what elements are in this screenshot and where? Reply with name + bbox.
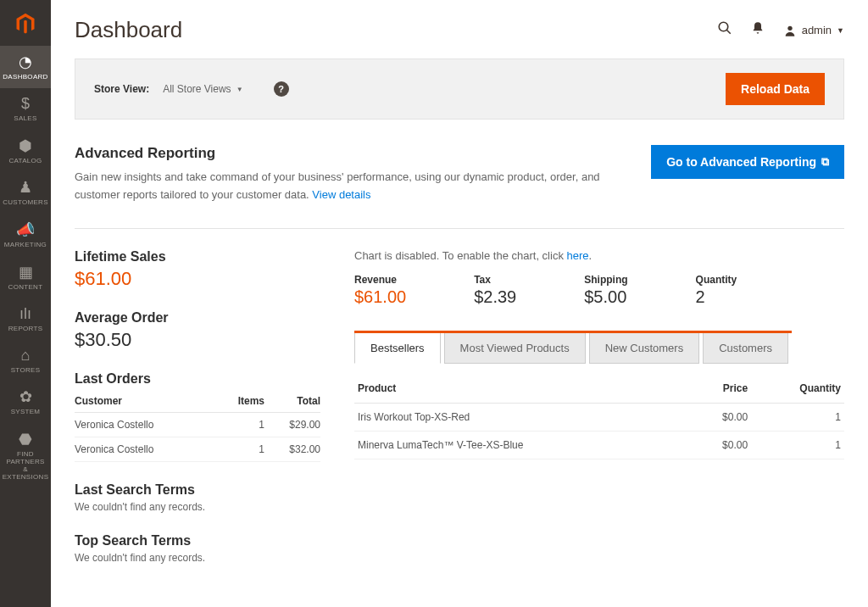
tab-most-viewed[interactable]: Most Viewed Products	[444, 333, 586, 364]
cell-items: 1	[217, 437, 264, 461]
nav-label: FIND PARTNERS & EXTENSIONS	[0, 451, 51, 481]
magento-logo[interactable]	[10, 8, 41, 39]
metric-revenue: Revenue $61.00	[354, 274, 406, 307]
col-qty: Quantity	[751, 374, 844, 404]
col-product: Product	[354, 374, 688, 404]
chart-hint-text: Chart is disabled. To enable the chart, …	[354, 249, 567, 262]
gear-icon: ✿	[19, 387, 32, 406]
gauge-icon: ◔	[19, 53, 32, 71]
dashboard-left-column: Lifetime Sales $61.00 Average Order $30.…	[75, 249, 320, 584]
nav-reports[interactable]: ılı REPORTS	[0, 298, 51, 340]
nav-catalog[interactable]: ⬢ CATALOG	[0, 130, 51, 172]
tab-new-customers[interactable]: New Customers	[589, 333, 699, 364]
stat-label: Average Order	[75, 310, 320, 326]
table-row[interactable]: Iris Workout Top-XS-Red $0.00 1	[354, 403, 844, 431]
goto-adv-reporting-button[interactable]: Go to Advanced Reporting ⧉	[651, 145, 844, 179]
help-icon[interactable]: ?	[274, 81, 289, 97]
notifications-icon[interactable]	[751, 21, 765, 39]
svg-point-2	[787, 25, 792, 30]
table-row[interactable]: Veronica Costello 1 $32.00	[75, 437, 320, 461]
dashboard-right-column: Chart is disabled. To enable the chart, …	[354, 249, 844, 584]
nav-system[interactable]: ✿ SYSTEM	[0, 381, 51, 423]
metric-value: $5.00	[584, 287, 627, 307]
nav-label: CATALOG	[8, 158, 42, 165]
storeview-select[interactable]: All Store Views ▼	[163, 83, 242, 95]
metric-quantity: Quantity 2	[696, 274, 737, 307]
caret-down-icon: ▼	[236, 86, 243, 93]
main-content: Dashboard admin ▼ Store View: All	[51, 0, 868, 607]
storeview-label: Store View:	[94, 83, 149, 95]
cell-price: $0.00	[688, 403, 751, 431]
search-icon[interactable]	[717, 20, 732, 40]
nav-label: DASHBOARD	[3, 74, 47, 81]
table-row[interactable]: Veronica Costello 1 $29.00	[75, 412, 320, 437]
product-tabs: Bestsellers Most Viewed Products New Cus…	[354, 331, 792, 364]
reload-data-button[interactable]: Reload Data	[726, 73, 825, 105]
adv-report-title: Advanced Reporting	[75, 145, 626, 162]
partners-icon: ⬣	[19, 430, 32, 448]
user-icon	[783, 24, 797, 37]
cell-total: $29.00	[264, 412, 320, 437]
button-label: Go to Advanced Reporting	[666, 155, 816, 169]
metric-value: $2.39	[474, 287, 516, 307]
nav-customers[interactable]: ♟ CUSTOMERS	[0, 171, 51, 214]
empty-message: We couldn't find any records.	[75, 552, 320, 564]
nav-label: CUSTOMERS	[3, 199, 48, 207]
nav-marketing[interactable]: 📣 MARKETING	[0, 214, 51, 256]
metric-value: $61.00	[354, 287, 406, 307]
metric-label: Shipping	[584, 274, 627, 286]
bars-icon: ılı	[19, 305, 31, 323]
advanced-reporting-panel: Advanced Reporting Gain new insights and…	[75, 145, 844, 229]
cell-price: $0.00	[688, 431, 751, 459]
caret-down-icon: ▼	[837, 26, 844, 35]
cell-customer: Veronica Costello	[75, 412, 217, 437]
metric-tax: Tax $2.39	[474, 274, 516, 307]
nav-dashboard[interactable]: ◔ DASHBOARD	[0, 46, 51, 88]
storefront-icon: ⌂	[21, 347, 31, 365]
adv-report-desc: Gain new insights and take command of yo…	[75, 169, 626, 204]
topbar-actions: admin ▼	[717, 20, 844, 40]
storeview-value: All Store Views	[163, 83, 231, 95]
topbar: Dashboard admin ▼	[75, 17, 844, 43]
chart-disabled-message: Chart is disabled. To enable the chart, …	[354, 249, 844, 262]
col-total: Total	[264, 390, 320, 413]
table-row[interactable]: Minerva LumaTech™ V-Tee-XS-Blue $0.00 1	[354, 431, 844, 459]
cell-total: $32.00	[264, 437, 320, 461]
metric-label: Quantity	[696, 274, 737, 286]
metric-label: Revenue	[354, 274, 406, 286]
col-customer: Customer	[75, 390, 217, 413]
average-order-block: Average Order $30.50	[75, 310, 320, 351]
nav-stores[interactable]: ⌂ STORES	[0, 340, 51, 381]
col-items: Items	[217, 390, 264, 413]
enable-chart-link[interactable]: here	[567, 249, 589, 262]
cube-icon: ⬢	[19, 136, 32, 155]
storeview-bar: Store View: All Store Views ▼ ? Reload D…	[75, 58, 844, 120]
svg-point-0	[719, 22, 728, 31]
user-menu[interactable]: admin ▼	[783, 24, 844, 37]
nav-content[interactable]: ▦ CONTENT	[0, 256, 51, 298]
cell-items: 1	[217, 412, 264, 437]
tab-bestsellers[interactable]: Bestsellers	[354, 333, 441, 364]
metric-value: 2	[696, 287, 737, 307]
last-orders-table: Customer Items Total Veronica Costello 1…	[75, 390, 320, 462]
nav-label: SYSTEM	[11, 409, 41, 416]
tab-customers[interactable]: Customers	[703, 333, 788, 364]
last-orders-title: Last Orders	[75, 371, 320, 387]
nav-label: REPORTS	[8, 326, 43, 333]
nav-label: CONTENT	[8, 284, 43, 292]
cell-product: Iris Workout Top-XS-Red	[354, 403, 688, 431]
nav-partners[interactable]: ⬣ FIND PARTNERS & EXTENSIONS	[0, 423, 51, 487]
nav-sales[interactable]: $ SALES	[0, 88, 51, 130]
metric-shipping: Shipping $5.00	[584, 274, 627, 307]
nav-label: STORES	[11, 367, 41, 375]
col-price: Price	[688, 374, 751, 404]
admin-sidebar: ◔ DASHBOARD $ SALES ⬢ CATALOG ♟ CUSTOMER…	[0, 0, 51, 607]
last-search-title: Last Search Terms	[75, 482, 320, 498]
svg-line-1	[726, 30, 731, 34]
view-details-link[interactable]: View details	[312, 188, 370, 201]
stat-value: $30.50	[75, 329, 320, 351]
external-link-icon: ⧉	[821, 155, 829, 169]
lifetime-sales-block: Lifetime Sales $61.00	[75, 249, 320, 290]
nav-label: SALES	[14, 115, 36, 123]
top-search-title: Top Search Terms	[75, 533, 320, 549]
